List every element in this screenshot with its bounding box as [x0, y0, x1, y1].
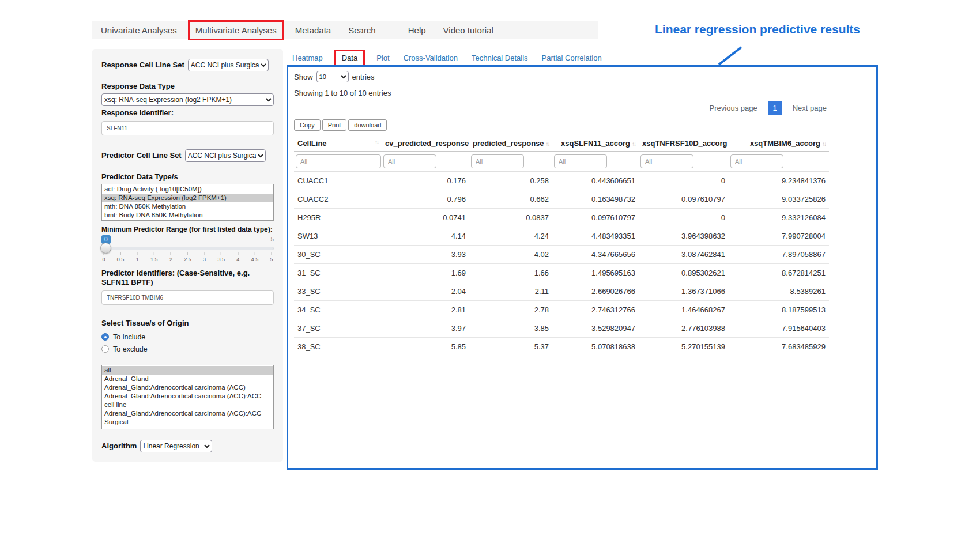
- tab-heatmap[interactable]: Heatmap: [292, 54, 323, 62]
- cellline-cell: CUACC2: [294, 190, 382, 209]
- sort-icon[interactable]: ↑↓: [632, 141, 635, 147]
- sort-icon[interactable]: ↑↓: [546, 141, 549, 147]
- predictor-identifiers-input[interactable]: [101, 290, 274, 305]
- value-cell: 3.93: [382, 246, 469, 264]
- response-cell-line-set-label: Response Cell Line Set: [101, 61, 184, 70]
- tissue-option-0[interactable]: all: [102, 366, 273, 375]
- tab-partial-correlation[interactable]: Partial Correlation: [542, 54, 602, 62]
- column-header-xsqslfn11-accorg[interactable]: xsqSLFN11_accorg↑↓: [552, 135, 639, 152]
- data-type-option-bmt[interactable]: bmt: Body DNA 850K Methylation: [102, 211, 273, 220]
- copy-button[interactable]: Copy: [294, 119, 321, 131]
- nav-item-univariate-analyses[interactable]: Univariate Analyses: [92, 25, 186, 35]
- tab-plot[interactable]: Plot: [376, 54, 389, 62]
- predictor-cell-line-set-select[interactable]: ACC NCI plus Surgical: [185, 149, 266, 162]
- value-cell: 0.796: [382, 190, 469, 209]
- tissue-option-1[interactable]: Adrenal_Gland: [102, 375, 273, 383]
- table-row[interactable]: H295R0.07410.08370.09761079709.332126084: [294, 209, 829, 227]
- predictor-data-type-list[interactable]: act: Drug Activity (-log10[IC50M])xsq: R…: [101, 184, 274, 221]
- filter-input-cv-predicted-response[interactable]: [383, 154, 436, 168]
- download-button[interactable]: download: [348, 119, 387, 131]
- nav-item-metadata[interactable]: Metadata: [287, 25, 340, 35]
- tissue-include-radio[interactable]: To include: [101, 331, 274, 342]
- value-cell: 9.332126084: [729, 209, 829, 227]
- radio-unselected-icon: [101, 345, 109, 353]
- table-row[interactable]: 30_SC3.934.024.3476656563.0874628417.897…: [294, 246, 829, 264]
- tissue-option-4[interactable]: Adrenal_Gland:Adrenocortical carcinoma (…: [102, 409, 273, 427]
- column-header-xsqtnfrsf10d-accorg[interactable]: xsqTNFRSF10D_accorg↑↓: [639, 135, 729, 152]
- value-cell: 7.915640403: [729, 319, 829, 338]
- table-row[interactable]: 33_SC2.042.112.6690267661.3673710668.538…: [294, 282, 829, 301]
- results-panel: Show 10 entries Showing 1 to 10 of 10 en…: [287, 65, 878, 470]
- table-row[interactable]: 31_SC1.691.661.4956951630.8953026218.672…: [294, 264, 829, 282]
- sort-icon[interactable]: ↑↓: [375, 139, 378, 145]
- value-cell: 2.776103988: [639, 319, 729, 338]
- filter-input-xsqtmbim6-accorg[interactable]: [730, 154, 783, 168]
- print-button[interactable]: Print: [322, 119, 347, 131]
- filter-input-xsqslfn11-accorg[interactable]: [554, 154, 607, 168]
- filter-input-cellline[interactable]: [296, 154, 381, 168]
- cellline-cell: 30_SC: [294, 246, 382, 264]
- algorithm-select[interactable]: Linear Regression: [140, 440, 212, 452]
- tab-technical-details[interactable]: Technical Details: [472, 54, 528, 62]
- cellline-cell: SW13: [294, 227, 382, 246]
- nav-item-multivariate-analyses[interactable]: Multivariate Analyses: [188, 20, 284, 40]
- value-cell: 7.897058867: [729, 246, 829, 264]
- filter-input-xsqtnfrsf10d-accorg[interactable]: [640, 154, 693, 168]
- sort-icon[interactable]: ↑↓: [822, 141, 826, 147]
- tab-cross-validation[interactable]: Cross-Validation: [404, 54, 458, 62]
- value-cell: 0.258: [469, 172, 552, 190]
- response-cell-line-set-select[interactable]: ACC NCI plus Surgical: [188, 59, 269, 71]
- value-cell: 5.070818638: [552, 338, 639, 356]
- slider-track[interactable]: [101, 247, 274, 250]
- entries-count-select[interactable]: 10: [316, 71, 349, 82]
- tissue-exclude-radio[interactable]: To exclude: [101, 344, 274, 354]
- column-header-cellline[interactable]: CellLine↑↓: [294, 135, 382, 152]
- cellline-cell: 37_SC: [294, 319, 382, 338]
- value-cell: 3.087462841: [639, 246, 729, 264]
- table-row[interactable]: 37_SC3.973.853.5298209472.7761039887.915…: [294, 319, 829, 338]
- value-cell: 0.097610797: [639, 190, 729, 209]
- page-1-button[interactable]: 1: [768, 101, 782, 115]
- table-filter-row: [294, 152, 829, 172]
- nav-item-search[interactable]: Search: [340, 25, 385, 35]
- previous-page-button[interactable]: Previous page: [707, 101, 760, 115]
- data-type-option-mth[interactable]: mth: DNA 850K Methylation: [102, 202, 273, 211]
- tab-data[interactable]: Data: [334, 50, 365, 66]
- value-cell: 0.097610797: [552, 209, 639, 227]
- tissue-option-2[interactable]: Adrenal_Gland:Adrenocortical carcinoma (…: [102, 383, 273, 392]
- column-header-predicted-response[interactable]: predicted_response↑↓: [469, 135, 552, 152]
- value-cell: 7.683485929: [729, 338, 829, 356]
- table-row[interactable]: 34_SC2.812.782.7463127661.4646682678.187…: [294, 301, 829, 319]
- min-predictor-range-slider: 0 5 00.511.522.533.544.55: [101, 235, 274, 265]
- value-cell: 3.97: [382, 319, 469, 338]
- column-header-cv-predicted-response[interactable]: cv_predicted_response↑↓: [382, 135, 469, 152]
- value-cell: 0.443606651: [552, 172, 639, 190]
- show-entries-prefix: Show: [294, 73, 313, 81]
- table-row[interactable]: CUACC10.1760.2580.44360665109.234841376: [294, 172, 829, 190]
- column-label: xsqTNFRSF10D_accorg: [642, 139, 727, 148]
- column-label: xsqTMBIM6_accorg: [750, 139, 820, 148]
- data-type-option-act[interactable]: act: Drug Activity (-log10[IC50M]): [102, 185, 273, 194]
- algorithm-label: Algorithm: [101, 441, 137, 451]
- nav-item-video-tutorial[interactable]: Video tutorial: [435, 25, 502, 35]
- value-cell: 0.176: [382, 172, 469, 190]
- filter-input-predicted-response[interactable]: [471, 154, 524, 168]
- value-cell: 7.990728004: [729, 227, 829, 246]
- export-buttons: Copy Print download: [294, 119, 829, 131]
- slider-tick: 5: [270, 252, 273, 262]
- table-row[interactable]: CUACC20.7960.6620.1634987320.0976107979.…: [294, 190, 829, 209]
- value-cell: 1.464668267: [639, 301, 729, 319]
- tissue-list[interactable]: allAdrenal_GlandAdrenal_Gland:Adrenocort…: [101, 365, 274, 429]
- table-body: CUACC10.1760.2580.44360665109.234841376C…: [294, 172, 829, 356]
- column-header-xsqtmbim6-accorg[interactable]: xsqTMBIM6_accorg↑↓: [729, 135, 829, 152]
- response-data-type-select[interactable]: xsq: RNA-seq Expression (log2 FPKM+1): [101, 93, 274, 106]
- cellline-cell: 33_SC: [294, 282, 382, 301]
- nav-item-help[interactable]: Help: [399, 25, 435, 35]
- response-identifier-input[interactable]: [101, 121, 274, 135]
- table-row[interactable]: 38_SC5.855.375.0708186385.2701551397.683…: [294, 338, 829, 356]
- filter-cell: [639, 152, 729, 172]
- next-page-button[interactable]: Next page: [790, 101, 829, 115]
- tissue-option-3[interactable]: Adrenal_Gland:Adrenocortical carcinoma (…: [102, 392, 273, 409]
- table-row[interactable]: SW134.144.244.4834933513.9643986327.9907…: [294, 227, 829, 246]
- data-type-option-xsq[interactable]: xsq: RNA-seq Expression (log2 FPKM+1): [102, 194, 273, 202]
